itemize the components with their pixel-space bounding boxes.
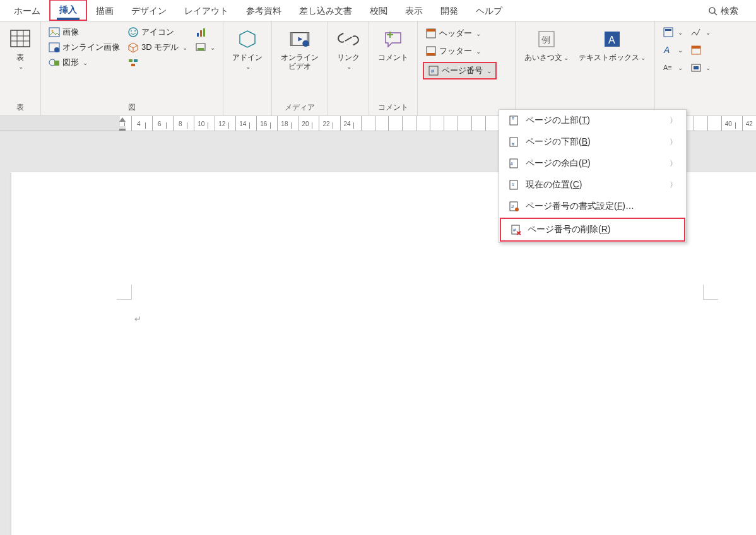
svg-text:A: A [608, 35, 615, 45]
page-number-button[interactable]: #ページ番号⌄ [423, 62, 497, 79]
menu-current-position[interactable]: # 現在の位置(C) 〉 [499, 174, 686, 196]
3d-model-button[interactable]: 3D モデル⌄ [125, 40, 190, 54]
tab-help[interactable]: ヘルプ [467, 2, 511, 21]
chevron-right-icon: 〉 [670, 115, 677, 126]
svg-point-0 [709, 8, 715, 13]
online-video-button[interactable]: オンライン ビデオ [277, 25, 322, 74]
chart-button[interactable] [192, 25, 218, 39]
tab-insert[interactable]: 挿入 [49, 0, 87, 21]
tab-references[interactable]: 参考資料 [237, 2, 290, 21]
dropcap-button[interactable]: A≡⌄ [660, 61, 685, 74]
table-button[interactable]: 表⌄ [5, 25, 35, 74]
tab-draw[interactable]: 描画 [87, 2, 122, 21]
chevron-down-icon: ⌄ [476, 48, 481, 55]
chevron-right-icon: 〉 [670, 180, 677, 191]
tab-review[interactable]: 校閲 [361, 2, 396, 21]
menu-page-bottom[interactable]: # ページの下部(B) 〉 [499, 131, 686, 153]
textbox-label: テキストボックス⌄ [579, 53, 646, 62]
tab-layout[interactable]: レイアウト [175, 2, 237, 21]
signature-icon [690, 26, 702, 38]
screenshot-icon [195, 42, 206, 53]
svg-text:#: # [511, 162, 513, 166]
tab-search[interactable]: 検索 [699, 2, 751, 21]
svg-marker-26 [240, 31, 255, 47]
textbox-icon: A [601, 28, 623, 50]
header-icon [425, 28, 437, 39]
group-table-label: 表 [5, 100, 35, 113]
svg-point-14 [131, 30, 132, 32]
svg-rect-2 [11, 30, 30, 47]
cube-icon [127, 42, 139, 53]
chevron-down-icon: ⌄ [182, 44, 187, 51]
group-extras: ⌄ A⌄ A≡⌄ ⌄ ⌄ [655, 21, 718, 115]
object-button[interactable]: ⌄ [688, 61, 713, 74]
group-link: リンク⌄ [328, 21, 369, 115]
format-icon: # [508, 201, 519, 212]
svg-text:A: A [663, 45, 670, 55]
svg-text:#: # [512, 142, 514, 146]
margin-guide-right [703, 285, 718, 300]
greeting-button[interactable]: 例 あいさつ文⌄ [521, 25, 572, 64]
table-icon [9, 28, 32, 50]
group-headerfooter: ヘッダー⌄ フッター⌄ #ページ番号⌄ [418, 21, 516, 115]
svg-text:#: # [513, 227, 516, 233]
header-button[interactable]: ヘッダー⌄ [423, 26, 497, 40]
menu-remove-pagenum[interactable]: # ページ番号の削除(R) [500, 218, 685, 242]
indent-marker-bottom[interactable] [119, 126, 126, 131]
menu-page-top[interactable]: # ページの上部(T) 〉 [499, 110, 686, 131]
calendar-icon [690, 44, 702, 56]
addins-label: アドイン⌄ [232, 53, 263, 71]
icons-button[interactable]: アイコン [125, 25, 190, 39]
footer-button[interactable]: フッター⌄ [423, 44, 497, 58]
svg-point-62 [515, 208, 519, 211]
textbox-button[interactable]: A テキストボックス⌄ [575, 25, 649, 64]
pagemargin-icon: # [508, 158, 519, 169]
tab-developer[interactable]: 開発 [432, 2, 467, 21]
tab-view[interactable]: 表示 [396, 2, 432, 21]
online-picture-icon [49, 42, 60, 53]
chevron-down-icon: ⌄ [83, 59, 88, 66]
image-button[interactable]: 画像 [46, 25, 122, 39]
group-table: 表⌄ 表 [0, 21, 41, 115]
svg-rect-20 [131, 64, 135, 66]
svg-marker-30 [298, 37, 303, 42]
svg-point-10 [54, 47, 59, 52]
chevron-down-icon: ⌄ [18, 63, 23, 70]
svg-text:A≡: A≡ [663, 64, 672, 71]
datetime-button[interactable] [688, 43, 713, 57]
menu-page-margin[interactable]: # ページの余白(P) 〉 [499, 153, 686, 174]
svg-line-1 [714, 13, 717, 15]
signature-button[interactable]: ⌄ [688, 25, 713, 39]
link-icon [337, 28, 360, 50]
link-button[interactable]: リンク⌄ [333, 25, 363, 74]
online-image-button[interactable]: オンライン画像 [46, 40, 122, 54]
svg-text:#: # [512, 182, 514, 187]
addin-icon [236, 28, 259, 50]
tab-design[interactable]: デザイン [122, 2, 175, 21]
wordart-button[interactable]: A⌄ [660, 43, 685, 57]
chevron-right-icon: 〉 [670, 137, 677, 148]
quickparts-icon [663, 26, 674, 38]
tab-home[interactable]: ホーム [5, 2, 49, 21]
smartart-icon [127, 57, 139, 68]
screenshot-button[interactable]: ⌄ [192, 40, 218, 54]
indent-marker-top[interactable] [119, 117, 126, 122]
svg-rect-49 [692, 46, 700, 49]
chevron-down-icon: ⌄ [245, 63, 251, 70]
picture-icon [49, 26, 60, 38]
quickparts-button[interactable]: ⌄ [660, 25, 685, 39]
page-number-menu: # ページの上部(T) 〉 # ページの下部(B) 〉 # ページの余白(P) … [499, 109, 687, 243]
comment-button[interactable]: コメント [374, 25, 412, 64]
svg-rect-45 [665, 29, 671, 31]
smartart-button[interactable] [125, 56, 190, 69]
pagetop-icon: # [508, 115, 519, 126]
greeting-icon: 例 [535, 28, 558, 50]
object-icon [690, 62, 702, 73]
shapes-button[interactable]: 図形⌄ [46, 56, 122, 69]
group-illustrations-label: 図 [46, 100, 218, 113]
menu-format-pagenum[interactable]: # ページ番号の書式設定(F)… [499, 196, 686, 217]
addins-button[interactable]: アドイン⌄ [228, 25, 266, 74]
chevron-down-icon: ⌄ [476, 30, 481, 37]
svg-rect-12 [54, 61, 59, 66]
tab-mailings[interactable]: 差し込み文書 [290, 2, 361, 21]
